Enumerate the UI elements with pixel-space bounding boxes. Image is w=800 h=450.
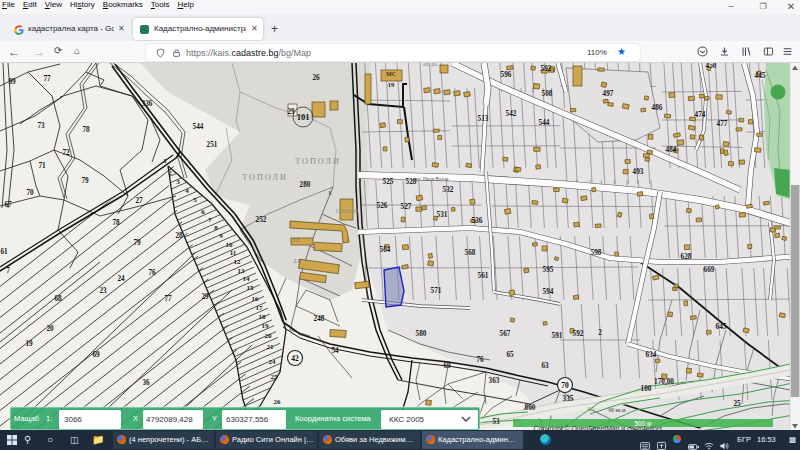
svg-text:100: 100 bbox=[641, 385, 652, 393]
svg-text:61: 61 bbox=[0, 248, 8, 256]
svg-text:25: 25 bbox=[733, 400, 741, 408]
svg-text:67: 67 bbox=[4, 201, 12, 209]
svg-text:493: 493 bbox=[633, 168, 644, 176]
svg-text:580: 580 bbox=[416, 330, 427, 338]
svg-text:526: 526 bbox=[377, 202, 388, 210]
svg-text:72: 72 bbox=[62, 149, 70, 157]
svg-text:568: 568 bbox=[465, 249, 476, 257]
svg-text:79: 79 bbox=[133, 239, 141, 247]
svg-text:26: 26 bbox=[274, 398, 282, 406]
svg-text:16: 16 bbox=[252, 295, 260, 303]
svg-text:15: 15 bbox=[247, 284, 255, 292]
svg-text:450: 450 bbox=[706, 62, 717, 70]
svg-text:536: 536 bbox=[472, 217, 483, 225]
svg-text:594: 594 bbox=[543, 288, 554, 296]
svg-text:445: 445 bbox=[755, 72, 766, 80]
svg-text:2: 2 bbox=[598, 329, 602, 337]
svg-text:78: 78 bbox=[112, 219, 120, 227]
svg-text:544: 544 bbox=[193, 123, 204, 131]
svg-text:544: 544 bbox=[539, 119, 550, 127]
svg-text:12: 12 bbox=[234, 258, 242, 266]
svg-text:5: 5 bbox=[193, 196, 197, 204]
svg-text:592: 592 bbox=[541, 65, 552, 73]
svg-text:20: 20 bbox=[46, 325, 54, 333]
svg-text:20: 20 bbox=[265, 332, 273, 340]
svg-text:561: 561 bbox=[478, 272, 489, 280]
svg-text:513: 513 bbox=[478, 115, 489, 123]
svg-text:1.3: 1.3 bbox=[293, 237, 300, 243]
svg-text:486: 486 bbox=[652, 104, 663, 112]
svg-text:99: 99 bbox=[8, 78, 16, 86]
svg-text:Y: Y bbox=[212, 414, 217, 423]
svg-text:634: 634 bbox=[646, 351, 657, 359]
svg-text:567: 567 bbox=[500, 330, 511, 338]
svg-text:596: 596 bbox=[501, 71, 512, 79]
svg-text:645: 645 bbox=[716, 323, 727, 331]
svg-text:669: 669 bbox=[704, 266, 715, 274]
svg-text:29: 29 bbox=[201, 293, 209, 301]
svg-text:25: 25 bbox=[271, 373, 279, 381]
svg-text:78: 78 bbox=[82, 126, 90, 134]
svg-text:13: 13 bbox=[238, 267, 246, 275]
svg-text:170,00: 170,00 bbox=[654, 378, 674, 386]
svg-text:ТОПОЛИ: ТОПОЛИ bbox=[242, 173, 288, 182]
svg-text:76: 76 bbox=[148, 269, 156, 277]
svg-text:7: 7 bbox=[6, 267, 10, 275]
svg-text:18: 18 bbox=[259, 313, 267, 321]
svg-text:Б: Б bbox=[328, 190, 331, 196]
svg-text:68: 68 bbox=[54, 295, 62, 303]
svg-text:592: 592 bbox=[573, 330, 584, 338]
svg-text:9: 9 bbox=[219, 232, 223, 240]
svg-text:53: 53 bbox=[492, 418, 500, 426]
svg-text:36: 36 bbox=[142, 379, 150, 387]
svg-text:280: 280 bbox=[300, 181, 311, 189]
svg-text:24: 24 bbox=[117, 275, 125, 283]
svg-text:96 кв.м: 96 кв.м bbox=[609, 407, 627, 413]
svg-text:860: 860 bbox=[525, 404, 536, 412]
svg-text:23: 23 bbox=[99, 287, 107, 295]
svg-text:11: 11 bbox=[230, 249, 237, 257]
svg-text:251: 251 bbox=[207, 141, 218, 149]
svg-text:19: 19 bbox=[262, 322, 270, 330]
svg-text:21: 21 bbox=[267, 343, 275, 351]
svg-text:ККС 2005: ККС 2005 bbox=[389, 415, 425, 424]
svg-text:Мащаб: Мащаб bbox=[14, 414, 39, 423]
svg-text:77: 77 bbox=[43, 75, 51, 83]
svg-text:335: 335 bbox=[563, 395, 574, 403]
svg-text:542: 542 bbox=[506, 110, 517, 118]
svg-text:630327,556: 630327,556 bbox=[226, 415, 269, 424]
svg-text:497: 497 bbox=[603, 90, 614, 98]
svg-text:4: 4 bbox=[185, 187, 189, 195]
svg-text:17: 17 bbox=[256, 304, 264, 312]
svg-text:531: 531 bbox=[437, 211, 448, 219]
svg-text:595: 595 bbox=[543, 266, 554, 274]
svg-text:628: 628 bbox=[681, 253, 692, 261]
svg-text:76: 76 bbox=[476, 356, 484, 364]
svg-text:4792089,428: 4792089,428 bbox=[146, 415, 193, 424]
svg-text:2: 2 bbox=[168, 169, 172, 177]
svg-text:28: 28 bbox=[175, 232, 183, 240]
svg-text:564: 564 bbox=[380, 246, 391, 254]
svg-text:14: 14 bbox=[243, 275, 251, 283]
svg-text:77: 77 bbox=[164, 295, 172, 303]
svg-text:42: 42 bbox=[291, 354, 299, 363]
svg-text:19: 19 bbox=[388, 81, 395, 88]
svg-text:10: 10 bbox=[226, 241, 234, 249]
svg-text:27: 27 bbox=[135, 197, 143, 205]
svg-text:0,5: 0,5 bbox=[588, 406, 595, 412]
svg-text:2.0: 2.0 bbox=[294, 258, 301, 264]
svg-text:МС: МС bbox=[386, 71, 396, 77]
svg-text:591: 591 bbox=[552, 332, 563, 340]
svg-text:24: 24 bbox=[269, 358, 277, 366]
svg-text:363: 363 bbox=[489, 377, 500, 385]
svg-text:1:: 1: bbox=[46, 414, 52, 423]
svg-text:6: 6 bbox=[201, 208, 205, 216]
svg-text:69: 69 bbox=[443, 362, 451, 370]
svg-text:7: 7 bbox=[208, 216, 212, 224]
svg-text:1: 1 bbox=[163, 157, 167, 165]
svg-text:248: 248 bbox=[314, 315, 325, 323]
svg-text:532: 532 bbox=[443, 186, 454, 194]
svg-text:65: 65 bbox=[506, 351, 514, 359]
svg-text:3066: 3066 bbox=[64, 415, 82, 424]
svg-text:8: 8 bbox=[214, 224, 218, 232]
